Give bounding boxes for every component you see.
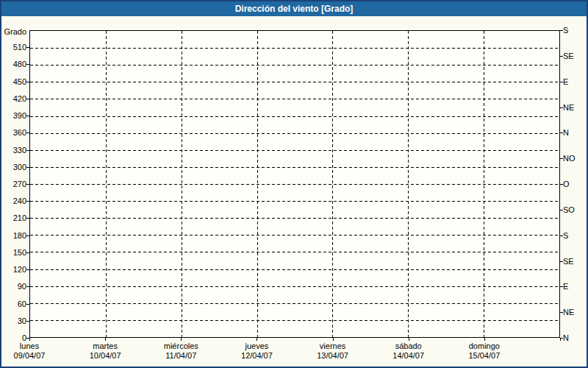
y-axis-left-tick-mark — [26, 64, 29, 65]
y-axis-left-tick-label: 300 — [1, 163, 26, 171]
y-axis-right-tick-mark — [560, 132, 563, 133]
x-axis-tick-mark — [333, 338, 334, 341]
x-axis-day-label: sábado14/04/07 — [392, 342, 424, 361]
y-axis-left-tick-mark — [26, 82, 29, 82]
y-axis-left-tick-mark — [26, 150, 29, 151]
y-axis-left-tick-label: 60 — [1, 300, 26, 308]
y-axis-left-tick-mark — [26, 252, 29, 253]
y-axis-left-tick-mark — [26, 269, 29, 270]
y-axis-left-tick-label: 240 — [1, 197, 26, 205]
y-axis-left-tick-mark — [26, 321, 29, 322]
y-gridline — [30, 116, 559, 117]
y-gridline — [30, 201, 559, 202]
y-axis-right-tick-mark — [560, 158, 563, 159]
day-date: 12/04/07 — [241, 351, 273, 361]
x-axis-day-label: lunes09/04/07 — [14, 342, 46, 361]
y-axis-left-tick-label: 360 — [1, 128, 26, 137]
day-name: martes — [90, 342, 121, 351]
y-gridline — [30, 269, 559, 270]
y-gridline — [30, 48, 559, 49]
y-gridline — [30, 235, 559, 236]
day-date: 15/04/07 — [468, 351, 500, 361]
day-name: lunes — [14, 342, 46, 351]
y-gridline — [30, 218, 559, 219]
y-axis-left-tick-label: 270 — [1, 180, 26, 188]
y-axis-right-tick-mark — [560, 210, 563, 210]
day-date: 14/04/07 — [392, 351, 424, 361]
y-axis-left-tick-label: 180 — [1, 231, 26, 240]
chart-title: Dirección del viento [Grado] — [235, 4, 354, 14]
x-axis-tick-mark — [181, 338, 182, 341]
y-gridline — [30, 133, 559, 134]
y-gridline — [30, 167, 559, 168]
y-axis-left-tick-label: 120 — [1, 265, 26, 274]
y-axis-left-tick-label: 90 — [1, 282, 26, 291]
y-axis-right-tick-label: O — [563, 180, 570, 188]
y-axis-right-tick-mark — [560, 236, 563, 236]
x-gridline — [484, 31, 484, 337]
y-axis-right-tick-mark — [560, 56, 563, 57]
y-axis-right-tick-mark — [560, 107, 563, 108]
x-gridline — [257, 31, 258, 337]
y-axis-right-tick-mark — [560, 184, 563, 185]
y-gridline — [30, 150, 559, 151]
y-axis-right-tick-mark — [560, 312, 563, 313]
y-axis-left-tick-label: 420 — [1, 94, 26, 103]
y-gridline — [30, 286, 559, 287]
plot-area — [29, 30, 560, 338]
y-axis-left-tick-mark — [26, 201, 29, 202]
y-axis-left-title: Grado — [1, 27, 26, 36]
y-axis-right-tick-label: S — [563, 231, 568, 240]
y-gridline — [30, 303, 559, 304]
title-bar: Dirección del viento [Grado] — [1, 1, 587, 16]
x-gridline — [182, 31, 182, 337]
y-axis-right-tick-mark — [560, 30, 563, 31]
y-gridline — [30, 65, 559, 66]
day-date: 11/04/07 — [164, 351, 198, 361]
x-axis-day-label: martes10/04/07 — [90, 342, 121, 361]
day-name: miércoles — [164, 342, 198, 351]
y-axis-right-tick-label: SE — [563, 257, 574, 266]
y-axis-left-tick-mark — [26, 99, 29, 99]
day-date: 09/04/07 — [14, 351, 46, 361]
y-gridline — [30, 252, 559, 252]
y-axis-left-tick-label: 390 — [1, 111, 26, 120]
y-axis-left-tick-mark — [26, 236, 29, 236]
y-axis-right-tick-label: N — [563, 333, 569, 342]
y-axis-left-tick-mark — [26, 286, 29, 287]
y-axis-left-tick-mark — [26, 116, 29, 116]
y-axis-left-tick-mark — [26, 304, 29, 305]
y-axis-left-tick-label: 510 — [1, 43, 26, 52]
y-gridline — [30, 99, 559, 99]
y-axis-right-tick-mark — [560, 286, 563, 287]
x-gridline — [408, 31, 409, 337]
x-gridline — [106, 31, 107, 337]
x-axis-tick-mark — [105, 338, 106, 341]
y-axis-right-tick-label: E — [563, 77, 568, 86]
y-axis-right-tick-label: NE — [563, 308, 574, 316]
y-axis-left-tick-label: 450 — [1, 77, 26, 86]
y-axis-left-tick-label: 330 — [1, 146, 26, 155]
y-axis-left-tick-mark — [26, 167, 29, 168]
day-date: 10/04/07 — [90, 351, 121, 361]
y-axis-left-tick-label: 150 — [1, 248, 26, 257]
y-axis-right-tick-mark — [560, 82, 563, 82]
x-axis-day-label: domingo15/04/07 — [468, 342, 500, 361]
x-axis-tick-mark — [560, 338, 561, 341]
y-axis-left-tick-mark — [26, 47, 29, 48]
day-name: viernes — [317, 342, 348, 351]
chart-window: Dirección del viento [Grado] Grado 03060… — [0, 0, 588, 368]
y-axis-right-tick-mark — [560, 261, 563, 262]
y-axis-right-tick-label: N — [563, 128, 569, 137]
x-axis-tick-mark — [257, 338, 257, 341]
y-axis-right-tick-label: S — [563, 26, 568, 35]
y-axis-right-tick-label: SO — [563, 205, 575, 214]
x-axis-tick-mark — [484, 338, 485, 341]
x-axis-day-label: viernes13/04/07 — [317, 342, 348, 361]
y-axis-left-tick-mark — [26, 132, 29, 133]
day-name: domingo — [468, 342, 500, 351]
y-axis-right-tick-label: E — [563, 282, 568, 291]
y-axis-left-tick-mark — [26, 218, 29, 219]
x-axis-day-label: jueves12/04/07 — [241, 342, 273, 361]
x-axis-tick-mark — [29, 338, 30, 341]
